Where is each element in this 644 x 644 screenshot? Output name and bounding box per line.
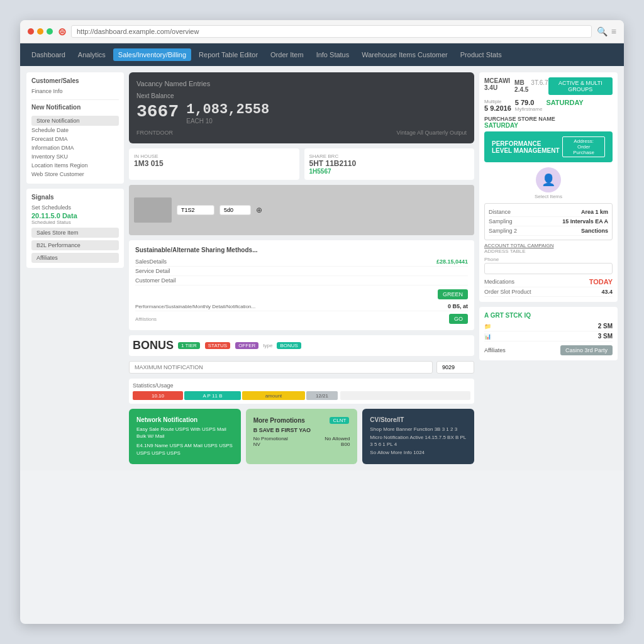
sidebar-title-customer: Customer/Sales (31, 77, 119, 84)
sidebar-item-2: Information DMA (31, 143, 119, 152)
browser-logo: ⊜ (58, 26, 66, 38)
right-panel-title: MCEAWI 3.4U (484, 77, 514, 91)
nav-item-report[interactable]: Report Table Editor (194, 48, 263, 61)
prog-bar-2: amount (242, 391, 305, 400)
search-code-input[interactable] (436, 361, 474, 374)
sidebar-subtitle: Finance Info (31, 87, 119, 96)
badge-1: STATUS (205, 342, 230, 349)
progress-section: Statistics/Usage 10.10 A P 11 B amount 1… (129, 379, 474, 404)
bottom-card-1-title: More Promotions (253, 417, 305, 424)
search-row (129, 361, 474, 374)
bottom-card-2-line3: So Allow More Info 1024 (370, 450, 467, 455)
bottom-card-2-line1: Shop More Banner Function 3B 3 1 2 3 (370, 426, 467, 433)
teal-bar-label: PERFORMANCE LEVEL MANAGEMENT (492, 140, 562, 154)
right-panel-stock: A GRT STCK IQ 📁 2 SM 📊 3 SM Affiliates C… (479, 307, 618, 360)
menu-icon[interactable]: ≡ (611, 26, 616, 36)
nav-item-sales[interactable]: Sales/Inventory/Billing (113, 48, 191, 61)
btn-green-action[interactable]: GREEN (438, 289, 468, 299)
sidebar-item-0: Schedule Date (31, 126, 119, 135)
chart-input-1[interactable] (177, 205, 214, 215)
info-row-perf: Performance/Sustainable/Monthly Detail/N… (135, 302, 468, 311)
bottom-card-2-title: CV/Store/IT (370, 416, 467, 423)
bottom-card-1-line1: B SAVE B FIRST YAO (253, 427, 350, 433)
action-label: Affilstions (135, 316, 157, 322)
sidebar-stat: 20.11.5.0 Data (31, 212, 119, 219)
nav-item-info[interactable]: Info Status (311, 48, 355, 61)
chart-placeholder (134, 197, 172, 223)
center-area: Vacancy Named Entries Next Balance 3667 … (129, 72, 474, 464)
info-numbers-row: Multiple 5 9.2016 5 79.0 Myfirstname SAT… (484, 99, 613, 112)
stock-row-2: 📊 3 SM (484, 331, 613, 341)
phone-row: Phone (484, 257, 613, 274)
bottom-card-0-title: Network Notification (136, 416, 233, 423)
stock-row-1: 📁 2 SM (484, 321, 613, 331)
nav-item-order[interactable]: Order Item (265, 48, 309, 61)
dashboard-footer: FRONTDOOR Vintage All Quarterly Output (136, 130, 467, 136)
search-icon[interactable]: 🔍 (597, 26, 608, 36)
nav-bar: Dashboard Analytics Sales/Inventory/Bill… (20, 43, 624, 66)
dashboard-metrics: 3667 1,083,2558 EACH 10 (136, 102, 467, 125)
sidebar-btn-b2l[interactable]: B2L Performance (31, 240, 119, 250)
affiliates-row: Affiliates Casino 3rd Party (484, 345, 613, 355)
prog-bar-0: 10.10 (133, 391, 183, 400)
stat-val3: 1H5567 (309, 168, 470, 175)
stock-header: A GRT STCK IQ (484, 312, 613, 319)
bonus-label: BONUS (133, 339, 174, 352)
chart-box: ⊕ (129, 185, 474, 235)
sidebar-btn-sales[interactable]: Sales Store Item (31, 228, 119, 238)
chart-input-2[interactable] (219, 205, 251, 215)
avatar-section: 👤 Select Items (484, 167, 613, 199)
close-dot[interactable] (28, 28, 34, 35)
search-input[interactable] (129, 361, 433, 374)
minimize-dot[interactable] (37, 28, 43, 35)
sidebar-item-3: Inventory SKU (31, 152, 119, 161)
sharing-title: Sustainable/Alternate Sharing Methods... (135, 247, 468, 253)
bottom-card-2: CV/Store/IT Shop More Banner Function 3B… (362, 409, 474, 464)
affiliates-btn[interactable]: Casino 3rd Party (560, 345, 613, 355)
avatar-label: Select Items (484, 194, 613, 199)
two-col-section: Sustainable/Alternate Sharing Methods...… (129, 240, 474, 335)
affiliates-label: Affiliates (484, 347, 506, 353)
nav-item-warehouse[interactable]: Warehouse Items Customer (357, 48, 453, 61)
bottom-cards: Network Notification Easy Sale Route USP… (129, 409, 474, 464)
field-section: Distance Area 1 km Sampling 15 Intervals… (484, 203, 613, 240)
chart-info: ⊕ (177, 205, 469, 215)
info-row-service: Service Detail (135, 267, 468, 276)
phone-input[interactable] (484, 263, 613, 274)
maximize-dot[interactable] (47, 28, 53, 35)
badge-0: 1 TIER (178, 342, 200, 349)
nav-item-product[interactable]: Product Stats (455, 48, 507, 61)
window-controls (28, 28, 53, 35)
address-bar[interactable]: http://dashboard.example.com/overview (71, 25, 592, 38)
bottom-card-0: Network Notification Easy Sale Route USP… (129, 409, 241, 464)
nav-item-dashboard[interactable]: Dashboard (26, 48, 70, 61)
left-sidebar: Customer/Sales Finance Info New Notifica… (26, 72, 124, 464)
info-row-sales: SalesDetails £28.15,0441 (135, 257, 468, 267)
info-group-2: 5 79.0 Myfirstname (515, 99, 543, 112)
medications-val: TODAY (589, 278, 613, 286)
progress-label: Statistics/Usage (133, 382, 470, 389)
sharing-panel: Sustainable/Alternate Sharing Methods...… (129, 240, 474, 330)
teal-bar-btn[interactable]: Address: Order Purchase (562, 136, 605, 157)
info-num2: 3T.6.7 (531, 79, 548, 93)
right-panel-info: MCEAWI 3.4U MB 2.4.5 3T.6.7 ACTIVE & MUL… (479, 72, 618, 302)
sidebar-btn-affiliates[interactable]: Affiliates (31, 253, 119, 263)
btn-action[interactable]: GO (449, 314, 468, 324)
metric-1: 3667 (136, 102, 179, 125)
btn-active-groups[interactable]: ACTIVE & MULTI GROUPS (548, 77, 613, 95)
account-label: ACCOUNT TOTAL CAMPAIGN (484, 243, 613, 248)
purchase-val: SATURDAY (484, 122, 613, 129)
nav-item-analytics[interactable]: Analytics (73, 48, 111, 61)
bottom-card-1-row2: No Promotional No Allowed (253, 436, 350, 441)
field-row-sampling2: Sampling 2 Sanctions (489, 226, 608, 236)
sidebar-item-1: Forecast DMA (31, 135, 119, 143)
bottom-card-0-line1: Easy Sale Route USPS With USPS Mail Bulk… (136, 426, 233, 440)
purchase-title: PURCHASE STORE NAME (484, 116, 613, 122)
chart-circle-btn[interactable]: ⊕ (256, 206, 262, 214)
dashboard-card-title: Vacancy Named Entries (136, 80, 467, 87)
prog-bar-1: A P 11 B (184, 391, 241, 400)
teal-action-bar: PERFORMANCE LEVEL MANAGEMENT Address: Or… (484, 131, 613, 162)
info-row-customer: Customer Detail (135, 276, 468, 286)
sidebar-btn-store[interactable]: Store Notification (31, 116, 119, 126)
badge-type: type (263, 343, 272, 348)
